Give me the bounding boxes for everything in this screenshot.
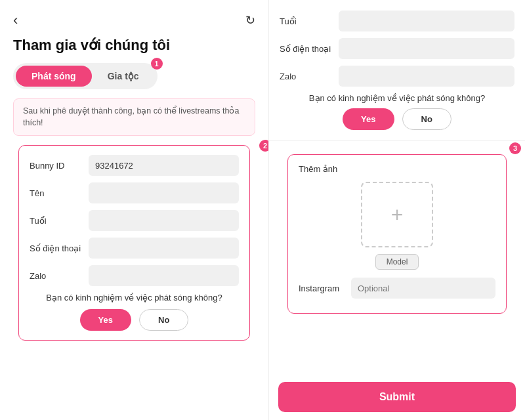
right-input-phone[interactable] (339, 38, 514, 59)
right-input-zalo[interactable] (339, 66, 514, 87)
header: ‹ ↻ (0, 0, 268, 34)
tab-switcher: Phát sóng Gia tộc 1 (13, 63, 158, 89)
input-phone[interactable] (89, 238, 239, 259)
form-row-tuoi: Tuổi (30, 210, 239, 231)
form-row-bunny-id: Bunny ID (30, 155, 239, 176)
section-badge-3: 3 (509, 142, 521, 154)
tab-badge-1: 1 (151, 58, 163, 70)
add-image-label: Thêm ảnh (299, 164, 495, 174)
tab-gia-toc[interactable]: Gia tộc (92, 66, 155, 87)
right-form-row-zalo: Zalo (280, 66, 514, 87)
right-top-form: Tuổi Số điện thoại Zalo Bạn có kinh nghi… (269, 0, 525, 141)
back-button[interactable]: ‹ (13, 12, 18, 29)
right-panel: Tuổi Số điện thoại Zalo Bạn có kinh nghi… (269, 0, 525, 420)
form-row-ten: Tên (30, 182, 239, 203)
refresh-button[interactable]: ↻ (245, 13, 255, 28)
label-bunny-id: Bunny ID (30, 161, 89, 171)
input-ten[interactable] (89, 182, 239, 203)
right-input-tuoi[interactable] (339, 10, 514, 32)
form-row-zalo: Zalo (30, 265, 239, 286)
input-bunny-id[interactable] (89, 155, 239, 176)
image-upload-area[interactable]: + (361, 182, 433, 247)
yes-no-group: Yes No (30, 309, 239, 331)
right-experience-question: Bạn có kinh nghiệm về việc phát sóng khô… (280, 93, 514, 103)
right-yes-button[interactable]: Yes (343, 108, 394, 130)
right-label-phone: Số điện thoại (280, 44, 339, 54)
submit-button[interactable]: Submit (278, 382, 516, 412)
right-form-row-tuoi: Tuổi (280, 10, 514, 32)
instagram-row: Instargram (299, 278, 495, 299)
right-form-row-phone: Số điện thoại (280, 38, 514, 59)
page-title: Tham gia với chúng tôi (0, 34, 268, 63)
label-phone: Số điện thoại (30, 243, 89, 253)
instagram-label: Instargram (299, 284, 351, 293)
no-button[interactable]: No (139, 309, 188, 331)
left-panel: ‹ ↻ Tham gia với chúng tôi Phát sóng Gia… (0, 0, 269, 420)
label-zalo: Zalo (30, 271, 89, 281)
instagram-input[interactable] (351, 278, 495, 299)
right-no-button[interactable]: No (402, 108, 452, 130)
model-button[interactable]: Model (375, 254, 419, 270)
info-banner: Sau khi phê duyệt thành công, bạn có thể… (13, 98, 255, 136)
right-label-tuoi: Tuổi (280, 16, 339, 26)
input-zalo[interactable] (89, 265, 239, 286)
form-row-phone: Số điện thoại (30, 238, 239, 259)
left-form-section: Bunny ID Tên Tuổi Số điện thoại (18, 145, 250, 341)
label-ten: Tên (30, 188, 89, 198)
tab-phat-song[interactable]: Phát sóng (16, 66, 92, 87)
right-label-zalo: Zalo (280, 72, 339, 81)
plus-icon: + (391, 203, 404, 227)
input-tuoi[interactable] (89, 210, 239, 231)
right-yes-no-group: Yes No (280, 108, 514, 130)
yes-button[interactable]: Yes (80, 309, 131, 331)
experience-question: Bạn có kinh nghiệm về việc phát sóng khô… (30, 293, 239, 303)
section-badge-2: 2 (259, 140, 269, 152)
right-bottom-section: Thêm ảnh + Model Instargram (287, 154, 507, 314)
label-tuoi: Tuổi (30, 216, 89, 226)
